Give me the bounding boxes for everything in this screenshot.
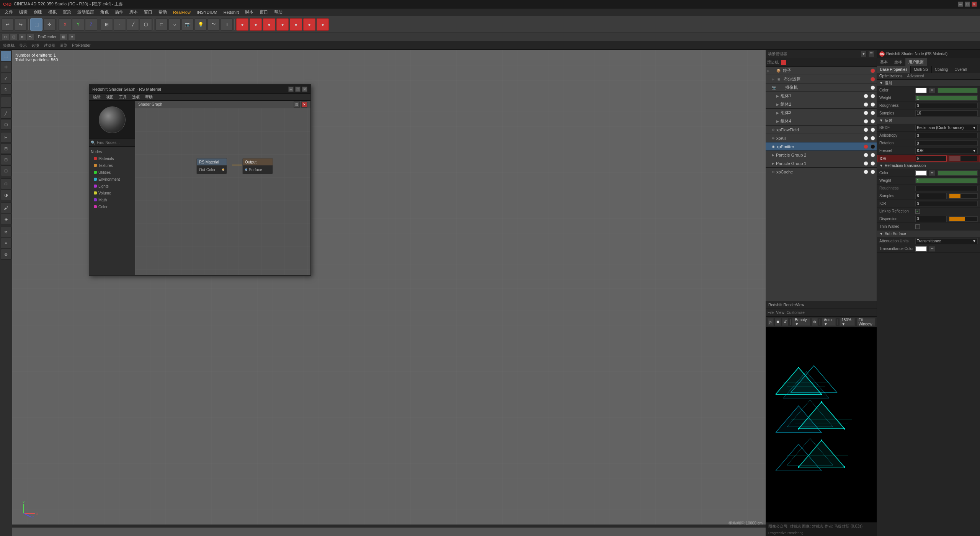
category-color[interactable]: Color (89, 203, 135, 210)
scene-item-particle[interactable]: ▶ 📦 粒子 (766, 67, 877, 75)
maximize-button[interactable]: □ (965, 2, 970, 7)
menu-simulate[interactable]: 模拟 (45, 8, 60, 16)
render-btn-5[interactable]: ● (290, 18, 302, 31)
scene-item-group3[interactable]: ▶ 组体3 (766, 109, 877, 117)
scene-header-btn-1[interactable]: ▼ (861, 51, 867, 57)
scene-item-xpflow[interactable]: ⊕ xpFlowField (766, 126, 877, 134)
left-tool-magnet[interactable]: ⊕ (1, 178, 11, 189)
dialog-menu-help[interactable]: 帮助 (143, 94, 155, 100)
menu-motion[interactable]: 运动追踪 (74, 8, 97, 16)
title-bar-controls[interactable]: ─ □ ✕ (958, 2, 977, 7)
dialog-maximize[interactable]: □ (295, 87, 301, 92)
left-tool-paint[interactable]: 🖌 (1, 203, 11, 213)
opt-tab-advanced[interactable]: Advanced (905, 73, 926, 79)
poly-mode[interactable]: ⬡ (140, 18, 152, 31)
left-tool-extrude[interactable]: ⊞ (1, 154, 11, 165)
left-tool-knife[interactable]: ✂ (1, 132, 11, 143)
menu-help2[interactable]: 帮助 (271, 8, 286, 16)
left-tool-rotate[interactable]: ↻ (1, 84, 11, 95)
sss-att-dropdown[interactable]: Transmittance ▼ (915, 238, 978, 244)
refr-color-swatch[interactable] (915, 170, 927, 176)
scene-item-group2[interactable]: ▶ 组体2 (766, 100, 877, 109)
object-mode[interactable]: ⊞ (101, 18, 113, 31)
point-mode[interactable]: · (114, 18, 126, 31)
left-tool-move[interactable]: ✛ (1, 62, 11, 72)
subtab-coating[interactable]: Coating (932, 66, 951, 73)
menu-window[interactable]: 窗口 (141, 8, 155, 16)
left-tool-smooth[interactable]: ◑ (1, 190, 11, 200)
category-lights[interactable]: Lights (89, 183, 135, 190)
menu-script2[interactable]: 脚本 (242, 8, 256, 16)
left-tool-loop[interactable]: ⊡ (1, 165, 11, 176)
render-btn-2[interactable]: ● (250, 18, 262, 31)
render-menu-view[interactable]: View (776, 310, 784, 315)
render-btn-3[interactable]: ● (263, 18, 275, 31)
menu-file[interactable]: 文件 (2, 8, 16, 16)
refr-disp-slider[interactable] (949, 216, 978, 222)
sss-tc-btn[interactable]: ✏ (929, 246, 935, 252)
spline-tool[interactable]: 〜 (207, 18, 220, 31)
sphere-tool[interactable]: ○ (168, 18, 181, 31)
scene-tree[interactable]: ▶ 📦 粒子 ▶ ⊟ 布尔运算 📷 摄像机 ▶ (766, 67, 877, 301)
render-refresh-btn[interactable]: ↺ (782, 318, 788, 326)
refr-rough-slider[interactable] (915, 186, 978, 191)
select-tool[interactable]: ⬚ (30, 18, 42, 31)
brdf-dropdown[interactable]: Beckmann (Cook-Torrance) ▼ (915, 125, 978, 131)
move-tool[interactable]: ✛ (43, 18, 56, 31)
tab-userdata[interactable]: 用户数据 (905, 58, 927, 66)
render-auto-dropdown[interactable]: Auto ▼ (822, 318, 836, 326)
scene-item-xpkill[interactable]: ⊕ xpKill (766, 134, 877, 142)
scene-item-group4[interactable]: ▶ 组体4 (766, 117, 877, 126)
subtab-overall[interactable]: Overall (951, 66, 970, 73)
left-tool-stamp[interactable]: ◈ (1, 214, 11, 224)
menu-create[interactable]: 创建 (31, 8, 45, 16)
scene-item-bool[interactable]: ▶ ⊟ 布尔运算 (766, 75, 877, 83)
left-tool-scale[interactable]: ⤢ (1, 73, 11, 83)
refr-samples-val[interactable]: 8 (915, 193, 947, 199)
dialog-menu-tools[interactable]: 工具 (117, 94, 129, 100)
deform-btn[interactable]: ⌗ (18, 34, 26, 41)
refr-samples-slider[interactable] (949, 193, 978, 199)
scene-item-camera[interactable]: 📷 摄像机 (766, 83, 877, 92)
render-menu-customize[interactable]: Customize (787, 310, 805, 315)
render-menu-file[interactable]: File (768, 310, 774, 315)
refr-disp-val[interactable]: 0 (915, 216, 947, 222)
tab-basic[interactable]: 基本 (877, 58, 891, 66)
menu-render[interactable]: 渲染 (60, 8, 74, 16)
scene-header-btn-2[interactable]: ☰ (868, 51, 874, 57)
scene-item-pg1[interactable]: ▶ Particle Group 1 (766, 159, 877, 168)
left-tool-fx[interactable]: ⊗ (1, 249, 11, 260)
left-tool-points[interactable]: · (1, 97, 11, 108)
rotation-slider[interactable]: 0 (915, 141, 978, 146)
left-tool-particles[interactable]: ✦ (1, 238, 11, 248)
scene-item-group1[interactable]: ▶ 组体1 (766, 92, 877, 100)
category-volume[interactable]: Volume (89, 190, 135, 196)
category-environment[interactable]: Environment (89, 176, 135, 183)
subtab-multi[interactable]: Multi-SS (911, 66, 932, 73)
color-picker-btn[interactable]: ✏ (929, 88, 935, 93)
dialog-menu-view[interactable]: 视图 (104, 94, 116, 100)
shader-canvas[interactable]: Shader Graph ⊡ ✕ (135, 101, 310, 275)
axis-y[interactable]: Y (72, 18, 84, 31)
ior-slider[interactable] (949, 156, 978, 161)
redo-button[interactable]: ↪ (15, 18, 27, 31)
camera-tool[interactable]: 📷 (181, 18, 194, 31)
left-tool-bridge[interactable]: ⊟ (1, 143, 11, 154)
render-beauty-dropdown[interactable]: Beauty ▼ (792, 318, 810, 326)
tab-coord[interactable]: 坐标 (891, 58, 905, 66)
refr-weight-slider[interactable]: 1 (915, 178, 978, 183)
scene-item-xpcache[interactable]: ⊕ xpCache (766, 168, 877, 176)
menu-realflow[interactable]: RealFlow (170, 8, 194, 16)
category-utilities[interactable]: Utilities (89, 169, 135, 176)
refr-ior-slider[interactable]: 0 (915, 201, 978, 206)
category-textures[interactable]: Textures (89, 162, 135, 169)
render-zoom-dropdown[interactable]: 150% ▼ (840, 318, 855, 326)
cube-btn[interactable]: □ (2, 34, 9, 41)
canvas-fit-btn[interactable]: ⊡ (294, 101, 300, 108)
render-stop-btn[interactable]: ⏹ (775, 318, 781, 326)
scene-item-pg2[interactable]: ▶ Particle Group 2 (766, 151, 877, 159)
render-btn-4[interactable]: ● (276, 18, 289, 31)
edge-mode[interactable]: ╱ (127, 18, 139, 31)
samples-value[interactable]: 16 (915, 110, 978, 116)
opt-tab-optimizations[interactable]: Optimizations (877, 73, 905, 79)
